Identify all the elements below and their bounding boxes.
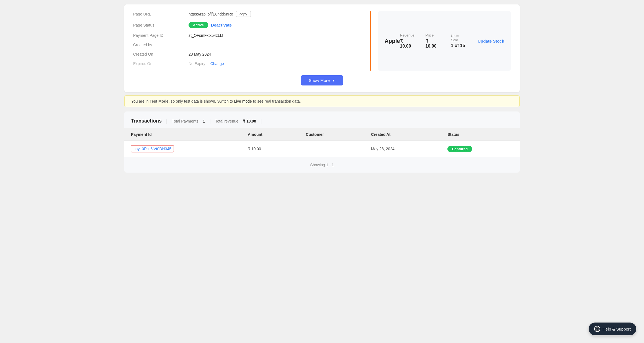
total-payments-value: 1 (203, 119, 205, 123)
show-more-button[interactable]: Show More ▼ (301, 75, 343, 85)
payment-id-link[interactable]: pay_0Fsn6iVt0DN345 (131, 145, 174, 152)
status-badge: Active (189, 22, 208, 28)
transactions-section: Transactions | Total Payments 1 | Total … (124, 111, 520, 173)
copy-button[interactable]: copy (236, 11, 251, 17)
status-cell: Captured (441, 141, 520, 157)
product-units-stat: Units Sold 1 of 15 (451, 34, 467, 48)
banner-text-middle: , so only test data is shown. Switch to (169, 99, 234, 103)
showing-text: Showing 1 - 1 (310, 163, 334, 167)
units-sold-value: 1 of 15 (451, 43, 465, 48)
transactions-table: Payment Id Amount Customer Created At St… (124, 128, 520, 157)
info-left-panel: Page URL https://rzp.io/i/E8ndd5nRo copy… (133, 11, 364, 71)
expires-on-value: No Expiry Change (189, 61, 224, 66)
units-sold-number: 1 of 15 (451, 43, 465, 48)
col-status: Status (441, 128, 520, 141)
product-revenue-stat: Revenue ₹ 10.00 (400, 33, 414, 49)
revenue-label: Revenue (400, 33, 414, 37)
created-at-cell: May 28, 2024 (364, 141, 441, 157)
showing-pagination: Showing 1 - 1 (124, 157, 520, 173)
page-url-row: Page URL https://rzp.io/i/E8ndd5nRo copy (133, 11, 364, 17)
col-payment-id: Payment Id (124, 128, 241, 141)
separator-2: | (209, 118, 211, 124)
created-on-label: Created On (133, 52, 189, 56)
created-on-value: 28 May 2024 (189, 52, 211, 56)
product-info-panel: Apple Revenue ₹ 10.00 Price ₹ 10.00 Unit… (378, 11, 511, 71)
show-more-label: Show More (309, 78, 330, 83)
live-mode-link[interactable]: Live mode (234, 99, 252, 103)
expires-on-label: Expires On (133, 61, 189, 66)
payment-page-id-value: st_OFsmFxtx54zLLf (189, 33, 223, 38)
transactions-title: Transactions (131, 118, 162, 124)
banner-text-before: You are in (131, 99, 150, 103)
total-revenue-label: Total revenue (215, 119, 238, 123)
no-expiry-text: No Expiry (189, 61, 205, 66)
chevron-down-icon: ▼ (332, 79, 335, 82)
url-text: https://rzp.io/i/E8ndd5nRo (189, 12, 233, 16)
page-status-row: Page Status Active Deactivate (133, 22, 364, 28)
captured-badge: Captured (447, 146, 472, 152)
payment-id-cell: pay_0Fsn6iVt0DN345 (124, 141, 241, 157)
payment-page-id-row: Payment Page ID st_OFsmFxtx54zLLf (133, 33, 364, 38)
total-payments-label: Total Payments (172, 119, 199, 123)
product-name: Apple (385, 38, 400, 44)
col-amount: Amount (241, 128, 299, 141)
show-more-area: Show More ▼ (133, 75, 511, 85)
change-expiry-button[interactable]: Change (210, 61, 224, 66)
units-sold-label: Units Sold (451, 34, 467, 42)
page-url-value: https://rzp.io/i/E8ndd5nRo copy (189, 11, 251, 17)
created-on-row: Created On 28 May 2024 (133, 52, 364, 56)
deactivate-button[interactable]: Deactivate (211, 23, 232, 27)
update-stock-button[interactable]: Update Stock (478, 39, 504, 43)
amount-cell: ₹ 10.00 (241, 141, 299, 157)
payment-page-id-label: Payment Page ID (133, 33, 189, 38)
test-mode-banner: You are in Test Mode, so only test data … (124, 95, 520, 107)
banner-text-after: to see real transaction data. (252, 99, 301, 103)
created-by-label: Created by (133, 43, 189, 47)
page-status-value: Active Deactivate (189, 22, 232, 28)
created-by-row: Created by (133, 43, 364, 47)
separator-1: | (166, 118, 168, 124)
col-customer: Customer (299, 128, 364, 141)
customer-cell (299, 141, 364, 157)
col-created-at: Created At (364, 128, 441, 141)
price-label: Price (426, 33, 434, 37)
page-url-label: Page URL (133, 12, 189, 16)
separator-3: | (261, 118, 262, 124)
table-row: pay_0Fsn6iVt0DN345₹ 10.00May 28, 2024Cap… (124, 141, 520, 157)
page-status-label: Page Status (133, 23, 189, 27)
info-card: Page URL https://rzp.io/i/E8ndd5nRo copy… (124, 4, 520, 92)
table-header-row: Payment Id Amount Customer Created At St… (124, 128, 520, 141)
transactions-header: Transactions | Total Payments 1 | Total … (124, 116, 520, 128)
product-price-stat: Price ₹ 10.00 (426, 33, 440, 49)
banner-bold-text: Test Mode (150, 99, 168, 103)
revenue-value: ₹ 10.00 (400, 38, 414, 49)
expires-on-row: Expires On No Expiry Change (133, 61, 364, 66)
orange-divider (370, 11, 371, 71)
price-value: ₹ 10.00 (426, 38, 440, 49)
total-revenue-value: ₹ 10.00 (243, 119, 256, 123)
